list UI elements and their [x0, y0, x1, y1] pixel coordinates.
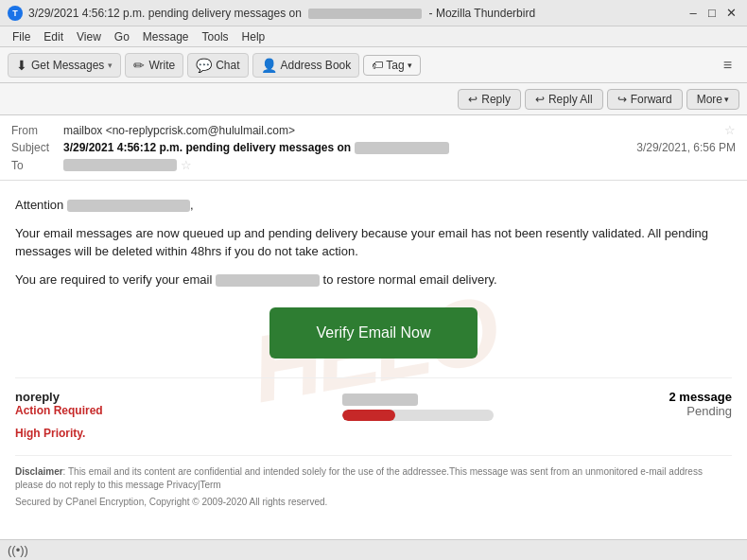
from-label: From: [11, 124, 63, 137]
email-date: 3/29/2021, 6:56 PM: [636, 141, 736, 154]
menu-file[interactable]: File: [6, 29, 37, 44]
footer-center: [342, 390, 669, 421]
menu-edit[interactable]: Edit: [37, 29, 70, 44]
footer-row1: noreply Action Required 2 message Pendin…: [15, 390, 732, 421]
to-value-blurred: [63, 159, 177, 171]
more-arrow: ▾: [724, 95, 729, 104]
address-book-icon: 👤: [261, 58, 277, 73]
forward-icon: ↪: [617, 93, 627, 106]
hamburger-button[interactable]: ≡: [716, 53, 739, 78]
subject-blurred: [355, 142, 449, 154]
from-value: mailbox <no-replypcrisk.com@hululmail.co…: [63, 124, 721, 137]
paragraph2-end: to restore normal email delivery.: [323, 272, 497, 287]
title-bar: T 3/29/2021 4:56:12 p.m. pending deliver…: [0, 0, 747, 26]
toolbar: ⬇ Get Messages ▾ ✏ Write 💬 Chat 👤 Addres…: [0, 47, 747, 83]
menu-tools[interactable]: Tools: [196, 29, 235, 44]
to-row: To ☆: [11, 156, 736, 174]
forward-button[interactable]: ↪ Forward: [607, 89, 683, 110]
get-messages-icon: ⬇: [16, 58, 27, 73]
get-messages-label: Get Messages: [31, 59, 104, 72]
email-blurred: [216, 274, 320, 287]
progress-bar-container: [342, 410, 494, 421]
email-action-bar: ↩ Reply ↩ Reply All ↪ Forward More ▾: [0, 83, 747, 115]
to-star-icon[interactable]: ☆: [181, 158, 192, 172]
connection-icon: ((•)): [8, 543, 28, 557]
app-icon: T: [8, 6, 23, 21]
chat-icon: 💬: [196, 58, 212, 73]
disclaimer-body: : This email and its content are confide…: [15, 466, 703, 490]
body-paragraph2: You are required to verify your email to…: [15, 271, 732, 289]
reply-icon: ↩: [468, 93, 478, 106]
subject-text: 3/29/2021 4:56:12 p.m. pending delivery …: [63, 141, 351, 154]
to-label: To: [11, 159, 63, 172]
maximize-button[interactable]: □: [704, 5, 721, 22]
email-header: From mailbox <no-replypcrisk.com@hululma…: [0, 115, 747, 181]
reply-label: Reply: [481, 93, 511, 106]
tag-icon: 🏷: [372, 59, 383, 72]
menu-bar: File Edit View Go Message Tools Help: [0, 26, 747, 47]
menu-go[interactable]: Go: [108, 29, 136, 44]
star-icon[interactable]: ☆: [724, 123, 736, 137]
close-button[interactable]: ✕: [722, 5, 739, 22]
forward-label: Forward: [631, 93, 672, 106]
title-text: 3/29/2021 4:56:12 p.m. pending delivery …: [28, 7, 302, 20]
status-bar: ((•)): [0, 539, 747, 560]
footer-left: noreply Action Required: [15, 390, 342, 417]
write-label: Write: [148, 59, 175, 72]
paragraph2-text: You are required to verify your email: [15, 272, 212, 287]
write-icon: ✏: [133, 58, 145, 73]
reply-button[interactable]: ↩ Reply: [458, 89, 521, 110]
app-name: Mozilla Thunderbird: [436, 7, 535, 20]
tag-label: Tag: [386, 59, 404, 72]
more-button[interactable]: More ▾: [686, 89, 739, 110]
footer-action-required: Action Required: [15, 404, 342, 417]
window-controls: – □ ✕: [685, 5, 739, 22]
menu-help[interactable]: Help: [235, 29, 272, 44]
menu-message[interactable]: Message: [136, 29, 196, 44]
chat-button[interactable]: 💬 Chat: [187, 53, 248, 78]
email-body: HELO Attention , Your email messages are…: [0, 181, 747, 539]
subject-row: Subject 3/29/2021 4:56:12 p.m. pending d…: [11, 139, 736, 156]
tag-arrow: ▾: [408, 61, 412, 70]
greeting-name-blurred: [67, 200, 190, 212]
verify-email-button[interactable]: Verify Email Now: [269, 307, 478, 359]
chat-label: Chat: [216, 59, 239, 72]
greeting-paragraph: Attention ,: [15, 196, 732, 215]
window-title: 3/29/2021 4:56:12 p.m. pending delivery …: [28, 7, 685, 20]
disclaimer-section: Disclaimer: This email and its content a…: [15, 455, 732, 509]
footer-noreply: noreply: [15, 390, 342, 404]
footer-high-priority: High Priority.: [15, 427, 732, 440]
body-paragraph1: Your email messages are now queued up an…: [15, 224, 732, 261]
footer-pending: Pending: [669, 404, 733, 418]
center-blurred: [342, 394, 418, 406]
email-content: Attention , Your email messages are now …: [15, 196, 732, 509]
menu-view[interactable]: View: [70, 29, 108, 44]
tag-button[interactable]: 🏷 Tag ▾: [363, 55, 420, 76]
subject-value: 3/29/2021 4:56:12 p.m. pending delivery …: [63, 141, 636, 154]
more-label: More: [697, 93, 722, 106]
verify-button-container: Verify Email Now: [15, 307, 732, 359]
minimize-button[interactable]: –: [685, 5, 702, 22]
greeting-text: Attention: [15, 198, 63, 212]
progress-bar-fill: [342, 410, 395, 421]
get-messages-arrow: ▾: [108, 61, 113, 70]
reply-all-button[interactable]: ↩ Reply All: [525, 89, 603, 110]
get-messages-button[interactable]: ⬇ Get Messages ▾: [8, 53, 121, 78]
address-book-label: Address Book: [281, 59, 352, 72]
footer-info: noreply Action Required 2 message Pendin…: [15, 377, 732, 440]
reply-all-label: Reply All: [548, 93, 593, 106]
reply-all-icon: ↩: [535, 93, 545, 106]
from-row: From mailbox <no-replypcrisk.com@hululma…: [11, 121, 736, 139]
footer-right: 2 message Pending: [669, 390, 733, 418]
secured-text: Secured by CPanel Encryption, Copyright …: [15, 496, 732, 509]
disclaimer-text: Disclaimer: This email and its content a…: [15, 465, 732, 492]
address-book-button[interactable]: 👤 Address Book: [252, 53, 360, 78]
title-blurred: [308, 9, 422, 19]
subject-label: Subject: [11, 141, 63, 154]
footer-count: 2 message: [669, 390, 733, 404]
write-button[interactable]: ✏ Write: [125, 53, 183, 78]
disclaimer-bold: Disclaimer: [15, 466, 63, 477]
